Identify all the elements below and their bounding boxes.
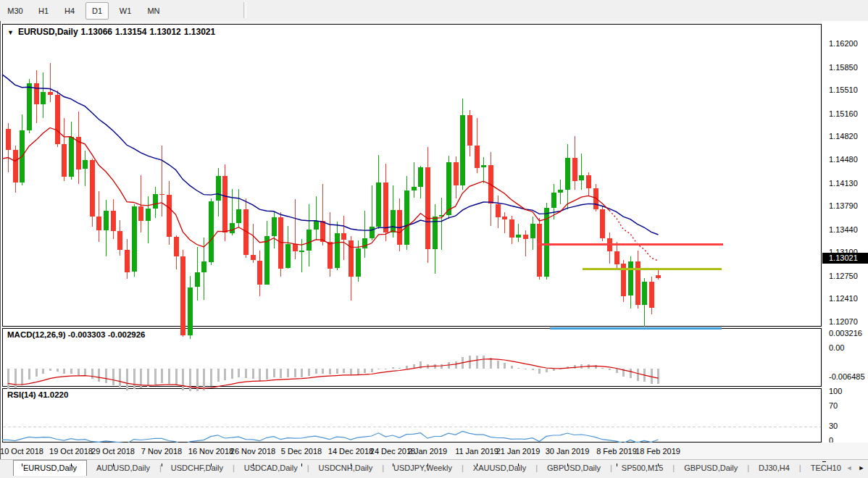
tab-scroll-left-icon[interactable]: ◄	[844, 460, 854, 476]
chart-tab-dj30-h4[interactable]: DJ30,H4	[749, 461, 799, 476]
date-axis-label: 18 Feb 2019	[635, 447, 680, 456]
date-axis[interactable]: 10 Oct 201819 Oct 201829 Oct 20187 Nov 2…	[1, 443, 868, 459]
price-axis[interactable]: 1.13021 1.162001.158501.155101.151601.14…	[822, 21, 868, 459]
price-axis-label: 1.15850	[829, 62, 858, 72]
current-price-tag: 1.13021	[822, 253, 868, 264]
chart-tab-gbpusd-daily[interactable]: GBPUSD,Daily	[675, 461, 747, 476]
date-axis-label: 19 Oct 2018	[49, 447, 93, 456]
macd-axis-label: 0.003216	[829, 328, 862, 338]
date-axis-label: 14 Dec 2018	[328, 447, 373, 456]
chart-window: ▼EURUSD,Daily1.130661.131541.130121.1302…	[0, 21, 868, 459]
date-axis-label: 21 Jan 2019	[496, 447, 541, 456]
tab-scroll-right-icon[interactable]: ►	[856, 460, 867, 476]
price-axis-label: 1.15160	[829, 109, 858, 119]
date-axis-label: 2 Jan 2019	[408, 447, 447, 456]
price-axis-label: 1.12750	[829, 271, 858, 281]
macd-title: MACD(12,26,9) -0.003303 -0.002926	[7, 330, 146, 339]
price-axis-label: 1.12410	[829, 293, 858, 303]
ohlc-high: 1.13154	[115, 27, 146, 37]
timeframe-button-h4[interactable]: H4	[59, 2, 80, 20]
timeframe-button-m30[interactable]: M30	[3, 2, 28, 20]
rsi-title: RSI(14) 41.0220	[7, 390, 68, 399]
date-axis-label: 11 Jan 2019	[455, 447, 498, 456]
chart-tab-audusd-daily[interactable]: AUDUSD,Daily	[87, 461, 159, 476]
date-axis-label: 26 Nov 2018	[230, 447, 275, 456]
chart-tab-usdcad-daily[interactable]: USDCAD,Daily	[235, 461, 307, 476]
date-axis-label: 5 Dec 2018	[281, 447, 322, 456]
price-axis-label: 1.15510	[829, 85, 858, 95]
date-axis-label: 7 Nov 2018	[141, 447, 182, 456]
timeframe-button-d1[interactable]: D1	[85, 2, 109, 20]
rsi-axis-label: 70	[829, 401, 838, 411]
date-axis-label: 29 Oct 2018	[91, 447, 135, 456]
price-axis-label: 1.16200	[829, 38, 858, 49]
mt4-window: M30H1H4D1W1MN ▼EURUSD,Daily1.130661.1315…	[0, 0, 868, 478]
chart-tab-eurusd-daily[interactable]: EURUSD,Daily	[13, 460, 87, 477]
tab-scroll-buttons: ◄ ►	[841, 460, 867, 476]
chart-tab-usdchf-daily[interactable]: USDCHF,Daily	[162, 461, 233, 476]
rsi-axis-label: 30	[829, 421, 838, 431]
price-axis-label: 1.13790	[829, 201, 858, 211]
timeframe-toolbar: M30H1H4D1W1MN	[0, 0, 868, 22]
ohlc-low: 1.13012	[149, 27, 180, 37]
chart-tab-usdjpy-weekly[interactable]: USDJPY,Weekly	[384, 461, 462, 476]
timeframe-button-h1[interactable]: H1	[33, 2, 54, 20]
date-axis-label: 30 Jan 2019	[546, 447, 590, 456]
chart-tab-bar: EURUSD,DailyAUDUSD,Daily|USDCHF,Daily|US…	[0, 459, 868, 477]
chart-tab-usdcnh-daily[interactable]: USDCNH,Daily	[309, 461, 383, 476]
date-axis-label: 16 Nov 2018	[188, 447, 233, 456]
symbol-title: EURUSD,Daily	[18, 27, 78, 37]
chart-tab-xauusd-daily[interactable]: XAUUSD,Daily	[464, 461, 535, 476]
chart-tab-sp500-m15[interactable]: SP500,M15	[612, 461, 672, 476]
chevron-down-icon[interactable]: ▼	[7, 29, 14, 36]
rsi-axis-label: 100	[829, 386, 842, 396]
price-axis-label: 1.14480	[829, 154, 858, 164]
timeframe-button-mn[interactable]: MN	[142, 2, 165, 20]
chart-tab-gbpusd-daily[interactable]: GBPUSD,Daily	[538, 461, 610, 476]
price-pane[interactable]	[2, 24, 822, 327]
ohlc-close: 1.13021	[184, 27, 215, 37]
date-axis-label: 8 Feb 2019	[596, 447, 637, 456]
macd-axis-label: -0.006485	[829, 372, 865, 382]
ohlc-open: 1.13066	[81, 27, 112, 37]
rsi-pane[interactable]	[2, 388, 822, 443]
price-axis-label: 1.13440	[829, 225, 858, 235]
timeframe-button-w1[interactable]: W1	[114, 2, 136, 20]
price-axis-label: 1.12070	[829, 316, 858, 327]
chart-header: ▼EURUSD,Daily1.130661.131541.130121.1302…	[7, 27, 218, 37]
price-axis-label: 1.14130	[829, 178, 858, 188]
macd-axis-label: 0.00	[829, 343, 844, 353]
date-axis-label: 10 Oct 2018	[0, 447, 43, 456]
toolbar-separator	[243, 2, 246, 18]
price-axis-label: 1.14820	[829, 131, 858, 141]
